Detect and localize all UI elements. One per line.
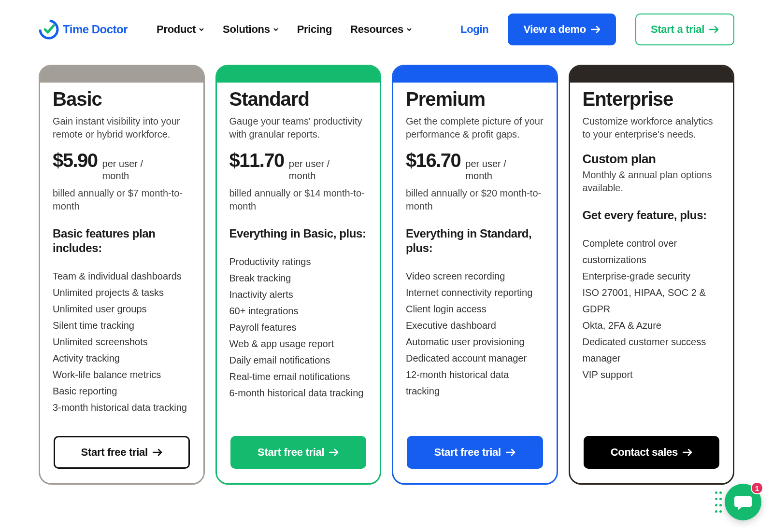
plan-card-premium: Premium Get the complete picture of your… [392,65,558,485]
feature-item: 3-month historical data tracking [53,399,191,416]
plan-desc: Gain instant visibility into your remote… [53,115,191,141]
plan-custom-head: Custom plan [583,152,721,167]
view-demo-label: View a demo [523,23,586,36]
feature-item: 12-month historical data tracking [406,366,544,399]
plan-name: Standard [229,88,368,110]
feature-item: Inactivity alerts [229,286,368,303]
plan-name: Basic [53,88,191,110]
brand-logo-icon [39,19,59,40]
plan-cta-enterprise[interactable]: Contact sales [584,436,720,469]
feature-item: Unlimited projects & tasks [53,284,191,301]
plan-price-row: $16.70 per user / month [406,150,544,182]
arrow-right-icon [683,448,692,456]
feature-item: Daily email notifications [229,352,368,368]
pricing-cards: Basic Gain instant visibility into your … [0,65,773,504]
plan-desc: Gauge your teams' productivity with gran… [229,115,368,141]
plan-desc: Customize workforce analytics to your en… [583,115,721,141]
chat-drag-handle[interactable] [715,491,723,515]
feature-item: 60+ integrations [229,303,368,319]
start-trial-label: Start a trial [651,23,704,36]
plan-cta-basic[interactable]: Start free trial [54,436,190,469]
feature-item: Okta, 2FA & Azure [583,317,721,334]
feature-item: Team & individual dashboards [53,268,191,284]
plan-feature-list: Productivity ratingsBreak trackingInacti… [229,253,368,401]
plan-feature-list: Complete control over customizationsEnte… [583,235,721,383]
plan-accent-bar [393,66,557,83]
plan-desc: Get the complete picture of your perform… [406,115,544,141]
feature-item: Complete control over customizations [583,235,721,268]
chat-widget-button[interactable]: 1 [725,484,761,520]
plan-accent-bar [217,66,380,83]
feature-item: Enterprise-grade security [583,268,721,284]
nav-resources[interactable]: Resources [350,23,412,36]
site-header: Time Doctor Product Solutions Pricing Re… [0,0,773,65]
feature-item: Executive dashboard [406,317,544,334]
plan-accent-bar [570,66,733,83]
plan-price: $16.70 [406,150,460,171]
plan-accent-bar [40,66,203,83]
plan-features-head: Get every feature, plus: [583,208,721,223]
plan-price-row: $11.70 per user / month [229,150,368,182]
nav-product[interactable]: Product [157,23,204,36]
feature-item: Dedicated customer success manager [583,334,721,366]
arrow-right-icon [153,448,162,456]
plan-feature-list: Team & individual dashboardsUnlimited pr… [53,268,191,416]
nav-pricing[interactable]: Pricing [297,23,332,36]
plan-price-row: $5.90 per user / month [53,150,191,182]
nav-pricing-label: Pricing [297,23,332,36]
main-nav: Product Solutions Pricing Resources [157,23,412,36]
nav-solutions[interactable]: Solutions [223,23,279,36]
plan-cta-label: Start free trial [81,446,148,459]
brand-name: Time Doctor [63,23,128,36]
feature-item: Payroll features [229,319,368,336]
nav-solutions-label: Solutions [223,23,270,36]
plan-billed: billed annually or $7 month-to-month [53,187,191,213]
view-demo-button[interactable]: View a demo [508,14,616,45]
plan-card-enterprise: Enterprise Customize workforce analytics… [569,65,735,485]
feature-item: Unlimited user groups [53,301,191,317]
feature-item: Work-life balance metrics [53,366,191,383]
plan-price: $5.90 [53,150,98,171]
plan-cta-premium[interactable]: Start free trial [407,436,543,469]
plan-features-head: Everything in Standard, plus: [406,226,544,255]
plan-feature-list: Video screen recordingInternet connectiv… [406,268,544,399]
chat-icon [733,492,753,512]
feature-item: Basic reporting [53,383,191,399]
arrow-right-icon [591,26,601,33]
feature-item: ISO 27001, HIPAA, SOC 2 & GDPR [583,284,721,317]
plan-card-standard: Standard Gauge your teams' productivity … [215,65,382,485]
feature-item: Dedicated account manager [406,350,544,366]
plan-cta-standard[interactable]: Start free trial [230,436,367,469]
feature-item: VIP support [583,366,721,383]
plan-name: Enterprise [583,88,721,110]
login-link[interactable]: Login [460,23,488,36]
arrow-right-icon [506,448,515,456]
plan-price-suffix: per user / month [465,158,528,182]
feature-item: Video screen recording [406,268,544,284]
chevron-down-icon [406,27,412,32]
plan-cta-label: Contact sales [611,446,678,459]
start-trial-button[interactable]: Start a trial [635,14,734,45]
feature-item: Client login access [406,301,544,317]
feature-item: Productivity ratings [229,253,368,270]
feature-item: 6-month historical data tracking [229,385,368,401]
plan-cta-label: Start free trial [258,446,324,459]
feature-item: Real-time email notifications [229,368,368,385]
plan-custom-sub: Monthly & annual plan options available. [583,168,721,195]
nav-product-label: Product [157,23,196,36]
plan-billed: billed annually or $14 month-to-month [229,187,368,213]
arrow-right-icon [709,26,719,33]
feature-item: Unlimited screenshots [53,334,191,350]
chevron-down-icon [273,27,279,32]
feature-item: Activity tracking [53,350,191,366]
feature-item: Automatic user provisioning [406,334,544,350]
brand-logo[interactable]: Time Doctor [39,19,128,40]
feature-item: Break tracking [229,270,368,286]
plan-price: $11.70 [229,150,284,171]
plan-billed: billed annually or $20 month-to-month [406,187,544,213]
chevron-down-icon [199,27,204,32]
plan-name: Premium [406,88,544,110]
plan-features-head: Everything in Basic, plus: [229,226,368,241]
plan-cta-label: Start free trial [434,446,501,459]
feature-item: Internet connectivity reporting [406,284,544,301]
